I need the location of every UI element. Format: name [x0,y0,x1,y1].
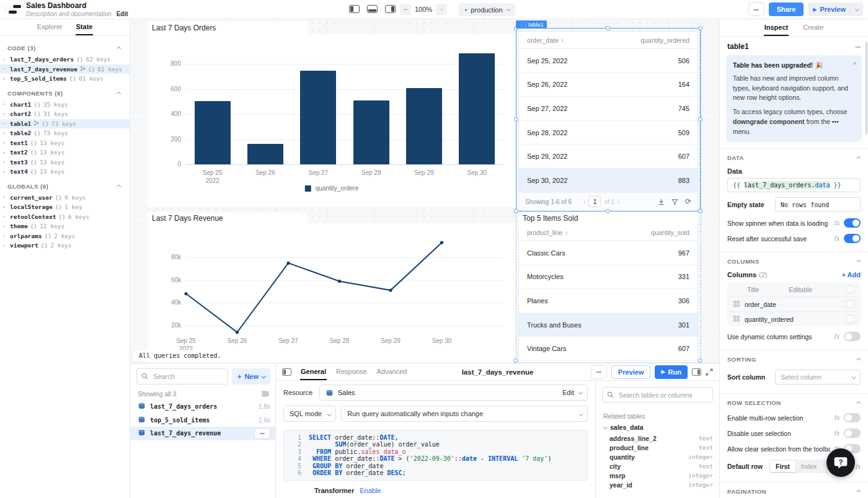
query-mode-select[interactable]: SQL mode [283,406,336,422]
resize-handle[interactable] [513,358,518,363]
filter-funnel-icon[interactable] [671,198,678,205]
panel-right-icon[interactable] [692,368,701,376]
table-row[interactable]: Planes306 [519,289,698,313]
schema-field-city[interactable]: citytext [602,461,713,471]
query-more-button[interactable]: ••• [591,365,607,379]
section-sorting[interactable]: SORTING [720,350,868,365]
query-run-button[interactable]: ▶ Run [655,365,688,379]
component-more-icon[interactable]: ••• [856,44,861,50]
editable-all-checkbox[interactable] [846,285,854,293]
fx-icon[interactable]: fx [834,235,839,242]
query-search-input[interactable] [136,368,228,385]
schema-field-product_line[interactable]: product_linetext [602,443,713,452]
section-data[interactable]: DATA [720,148,868,164]
empty-state-input[interactable] [775,197,861,212]
text1-orders-title[interactable]: Last 7 Days Orders [148,22,308,34]
table-row[interactable]: Sep 28, 2022509 [519,121,698,145]
column-header-order_date[interactable]: order_date↑ [527,37,564,44]
preview-button[interactable]: ▶ Preview [808,2,863,16]
toggle-right-panel-icon[interactable] [385,5,396,13]
tree-section-components[interactable]: COMPONENTS (8) [0,84,130,100]
tree-item-text2[interactable]: ▸text2{}13 keys [0,148,130,158]
sql-editor[interactable]: 1SELECT order_date::DATE,2 SUM(order_val… [283,430,588,481]
column-header-quantity_ordered[interactable]: quantity_ordered [640,37,689,44]
table2-component[interactable]: product_line↑quantity_soldClassic Cars96… [518,223,698,363]
zoom-in-button[interactable]: + [436,4,447,15]
section-pagination[interactable]: PAGINATION [720,482,868,497]
editable-checkbox[interactable] [846,315,854,323]
tab-advanced[interactable]: Advanced [376,363,408,380]
expand-caret-icon[interactable]: ▸ [3,76,7,81]
fx-icon[interactable]: fx [834,414,839,421]
table-row[interactable]: Motorcycles331 [519,265,698,290]
bar-sep-26[interactable] [247,144,283,164]
section-columns[interactable]: COLUMNS [720,252,868,267]
data-binding-input[interactable]: {{ last_7_days_orders.data }} [727,178,861,192]
environment-selector[interactable]: ● production [459,3,515,16]
fx-icon[interactable]: fx [834,333,839,340]
tab-state[interactable]: State [76,19,94,35]
expand-caret-icon[interactable]: ▸ [3,169,7,174]
expand-icon[interactable] [706,368,713,376]
tree-item-text4[interactable]: ▸text4{}13 keys [0,167,130,177]
expand-caret-icon[interactable]: ▸ [3,159,7,164]
tab-general[interactable]: General [300,363,327,380]
table-row[interactable]: Trucks and Buses301 [519,313,698,337]
chart1-bar-chart[interactable]: 0200400600800Sep 25Sep 26Sep 27Sep 28Sep… [148,34,516,207]
resource-edit-link[interactable]: Edit [562,389,574,396]
expand-caret-icon[interactable]: ▸ [3,205,7,210]
expand-caret-icon[interactable]: ▸ [3,57,7,62]
tree-item-top_5_sold_items[interactable]: ▸top_5_sold_items{}61 keys [0,74,130,84]
query-item-last_7_days_revenue[interactable]: last_7_days_revenue••• [130,427,275,440]
tree-item-localStorage[interactable]: ▸localStorage{}1 key [0,202,130,212]
bar-sep-25[interactable] [195,101,231,164]
tree-item-last_7_days_revenue[interactable]: ▸last_7_days_revenue{}61 keys [0,64,130,74]
schema-search-input[interactable] [602,387,713,402]
expand-caret-icon[interactable]: ▸ [3,131,7,136]
scrollbar-thumb[interactable] [866,42,867,135]
expand-caret-icon[interactable]: ▸ [3,112,7,117]
expand-caret-icon[interactable]: ▸ [3,224,7,229]
page-number-input[interactable]: 1 [588,196,601,207]
filter-sliders-icon[interactable] [262,391,269,397]
bar-sep-29[interactable] [406,88,442,164]
zoom-out-button[interactable]: − [400,4,411,15]
table1-component[interactable]: order_date↑quantity_orderedSep 25, 20225… [518,31,698,211]
column-config-quantity_ordered[interactable]: quantity_ordered [727,311,861,326]
resource-selector[interactable]: Sales Edit [319,385,588,401]
query-item-last_7_days_orders[interactable]: last_7_days_orders1.8s [130,400,275,414]
tree-item-text3[interactable]: ▸text3{}13 keys [0,158,130,167]
toolbar-more-button[interactable]: ••• [748,2,764,16]
column-config-order_date[interactable]: order_date [727,296,861,311]
run-behavior-select[interactable]: Run query automatically when inputs chan… [341,406,588,422]
expand-caret-icon[interactable]: ▸ [3,195,7,200]
tree-item-current_user[interactable]: ▸current_user{}9 keys [0,193,130,203]
table-row[interactable]: Vintage Cars607 [519,337,698,361]
query-item-top_5_sold_items[interactable]: top_5_sold_items1.6s [130,414,275,427]
expand-caret-icon[interactable]: ▸ [3,102,7,107]
tree-item-retoolContext[interactable]: ▸retoolContext{}6 keys [0,212,130,222]
table-row[interactable]: Sep 29, 2022607 [519,145,698,169]
table-row[interactable]: Sep 25, 2022506 [519,49,698,73]
tab-inspect[interactable]: Inspect [764,19,789,36]
expand-caret-icon[interactable]: ▸ [3,214,7,219]
next-page-icon[interactable]: › [618,198,619,205]
segment-first[interactable]: First [770,461,795,472]
text4-top5-title[interactable]: Top 5 Items Sold [518,212,698,225]
resize-handle[interactable] [698,358,702,363]
column-header-product_line[interactable]: product_line↑ [527,229,568,236]
share-button[interactable]: Share [769,2,804,16]
tab-explorer[interactable]: Explorer [37,19,63,35]
toggle-bottom-panel-icon[interactable] [367,5,378,13]
expand-caret-icon[interactable]: ▸ [3,150,7,155]
expand-caret-icon[interactable]: ▸ [3,233,7,238]
edit-description-button[interactable]: Edit [117,11,128,17]
chart2-line-chart[interactable]: 20k40k60k80kSep 25Sep 26Sep 27Sep 28Sep … [148,223,516,363]
retool-logo-icon[interactable] [9,4,21,14]
expand-caret-icon[interactable]: ▸ [3,121,7,126]
spinner-toggle[interactable] [844,218,861,228]
tree-item-chart2[interactable]: ▸chart2{}31 keys [0,109,130,119]
new-query-button[interactable]: + New [232,368,270,385]
drag-grid-icon[interactable] [733,301,740,308]
tree-item-table2[interactable]: ▸table2{}73 keys [0,128,130,138]
